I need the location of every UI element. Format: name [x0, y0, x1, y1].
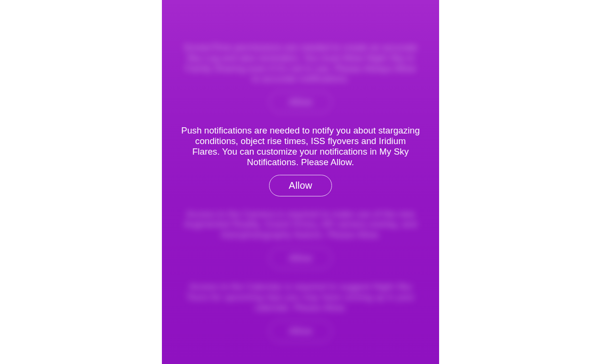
permission-text-camera: Access to the Camera is required to make… [181, 209, 420, 240]
permission-text-notifications: Push notifications are needed to notify … [181, 125, 420, 167]
permission-section-notifications: Push notifications are needed to notify … [162, 121, 439, 205]
permissions-screen: ScreenTime permissions are needed to cre… [162, 0, 439, 364]
allow-button-calendar[interactable]: Allow [269, 320, 332, 342]
permission-text-calendar: Access to the Calendar is required to su… [181, 281, 420, 313]
permission-section-camera: Access to the Camera is required to make… [162, 205, 439, 278]
allow-button-screentime[interactable]: Allow [269, 91, 332, 113]
allow-button-camera[interactable]: Allow [269, 247, 332, 269]
permission-section-calendar: Access to the Calendar is required to su… [162, 278, 439, 350]
permission-text-screentime: ScreenTime permissions are needed to cre… [181, 42, 420, 84]
allow-button-notifications[interactable]: Allow [269, 175, 332, 196]
permission-section-screentime: ScreenTime permissions are needed to cre… [162, 38, 439, 121]
